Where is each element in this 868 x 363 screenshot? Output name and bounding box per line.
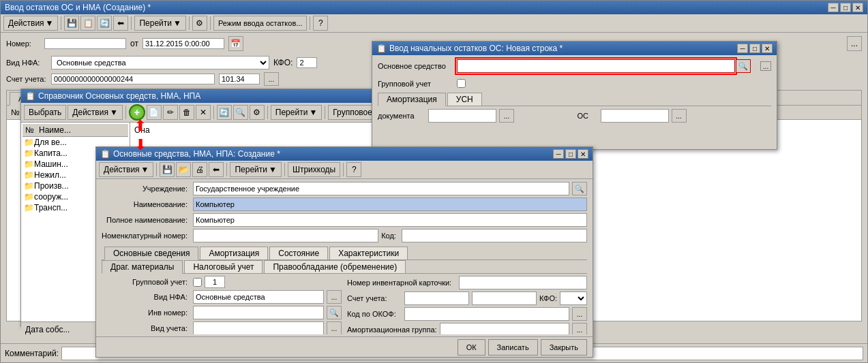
- os-col-btn[interactable]: ...: [672, 109, 687, 123]
- doc-search-btn[interactable]: ...: [499, 109, 514, 123]
- settings-icon-btn[interactable]: ⚙: [192, 16, 207, 31]
- os-search-btn[interactable]: 🔍: [736, 59, 751, 73]
- uchrezhdenie-search-btn[interactable]: 🔍: [572, 182, 587, 195]
- mode-btn[interactable]: Режим ввода остатков...: [213, 16, 308, 31]
- sprav-select-btn[interactable]: Выбрать: [24, 105, 66, 120]
- save-btn[interactable]: Записать: [488, 339, 538, 356]
- os-help-btn[interactable]: ?: [346, 162, 361, 177]
- full-name-input[interactable]: [193, 213, 587, 227]
- nfa-select[interactable]: Основные средства: [51, 56, 269, 69]
- sprav-actions-btn[interactable]: Действия ▼: [68, 105, 122, 120]
- nomenclature-input[interactable]: [193, 229, 378, 242]
- date-input[interactable]: [143, 38, 224, 49]
- group-acc-number[interactable]: [205, 276, 225, 288]
- doc-input[interactable]: [428, 109, 496, 123]
- okof-label: Код по ОКОФ:: [347, 310, 402, 318]
- os-tab-state[interactable]: Состояние: [269, 247, 328, 259]
- calendar-btn[interactable]: 📅: [228, 36, 243, 51]
- os-input[interactable]: [457, 59, 735, 73]
- os-subtab-tax[interactable]: Налоговый учет: [184, 260, 263, 273]
- sprav-refresh-btn[interactable]: 🔄: [217, 105, 232, 120]
- os-minimize-btn[interactable]: ─: [553, 149, 564, 159]
- kfo-field-select[interactable]: [560, 291, 587, 305]
- sep5: [310, 16, 310, 30]
- os-col-input[interactable]: [601, 109, 669, 123]
- vvod-maximize-btn[interactable]: □: [749, 44, 760, 53]
- vvod-right-btn[interactable]: ...: [760, 61, 771, 71]
- os-title: 📋 Основные средства, НМА, НПА: Создание …: [100, 149, 280, 159]
- sprav-mark-btn[interactable]: 🗑: [179, 105, 194, 120]
- sprav-title: 📋 Справочник Основных средств, НМА, НПА: [25, 91, 200, 101]
- os-subtab-drag[interactable]: Драг. материалы: [102, 260, 183, 274]
- account-search-btn[interactable]: ...: [264, 72, 279, 86]
- naimenovanie-input[interactable]: [193, 198, 587, 211]
- nfa-type-input[interactable]: [193, 290, 324, 304]
- copy-icon-btn[interactable]: 📋: [80, 16, 95, 31]
- naimenovanie-row: Наименование:: [102, 198, 587, 211]
- close-form-btn[interactable]: Закрыть: [541, 339, 587, 356]
- vvod-tab-amortization[interactable]: Амортизация: [378, 93, 446, 106]
- inv-num-search-btn[interactable]: 🔍: [327, 306, 342, 319]
- os-tab-amortization[interactable]: Амортизация: [200, 247, 268, 259]
- sprav-copy-btn[interactable]: 📄: [147, 105, 162, 120]
- group-acc-checkbox[interactable]: [193, 278, 202, 287]
- number-input[interactable]: [44, 38, 126, 49]
- folder-icon-1: 📁: [24, 138, 34, 147]
- os-maximize-btn[interactable]: □: [565, 149, 576, 159]
- os-tab-main[interactable]: Основные сведения: [104, 247, 198, 260]
- sprav-settings-btn[interactable]: ⚙: [250, 105, 265, 120]
- code-input[interactable]: [402, 229, 587, 242]
- vvod-close-btn[interactable]: ✕: [762, 44, 773, 53]
- os-tab-char[interactable]: Характеристики: [329, 247, 408, 259]
- maximize-btn[interactable]: □: [840, 3, 851, 12]
- back-icon-btn[interactable]: ⬅: [113, 16, 128, 31]
- account-num-input[interactable]: [404, 291, 469, 305]
- os-barcode-btn[interactable]: Штрихкоды: [288, 162, 340, 177]
- ok-btn[interactable]: ОК: [458, 339, 485, 356]
- uchrezhdenie-input[interactable]: [193, 182, 569, 195]
- account-code-input[interactable]: [219, 74, 260, 84]
- account-type-btn[interactable]: ...: [327, 321, 342, 334]
- os-sep1: [156, 163, 157, 176]
- os-actions-btn[interactable]: Действия ▼: [99, 162, 153, 177]
- sprav-sep4: [325, 106, 325, 119]
- inv-card-input[interactable]: [459, 276, 587, 289]
- minimize-btn[interactable]: ─: [828, 3, 839, 12]
- os-close-btn[interactable]: ✕: [578, 149, 588, 159]
- nfa-type-btn[interactable]: ...: [327, 290, 342, 304]
- sprav-edit-btn[interactable]: ✏: [163, 105, 178, 120]
- uchrezhdenie-row: Учреждение: 🔍: [102, 182, 587, 195]
- right-search-btn[interactable]: ...: [847, 36, 862, 51]
- os-goto-btn[interactable]: Перейти ▼: [230, 162, 281, 177]
- vvod-minimize-btn[interactable]: ─: [737, 44, 748, 53]
- amort-group-btn[interactable]: ...: [572, 323, 587, 334]
- amort-group-input[interactable]: [440, 323, 569, 334]
- vvod-tab-usn[interactable]: УСН: [447, 93, 482, 106]
- account-type-input[interactable]: [193, 321, 324, 334]
- os-save-btn[interactable]: 💾: [160, 162, 175, 177]
- close-btn[interactable]: ✕: [852, 3, 863, 12]
- kfo-input[interactable]: [297, 57, 317, 68]
- sprav-add-btn[interactable]: +: [129, 104, 145, 121]
- account-num-sub[interactable]: [472, 291, 537, 305]
- inv-num-input[interactable]: [193, 306, 324, 319]
- actions-btn[interactable]: Действия ▼: [3, 16, 58, 31]
- sprav-delete-btn[interactable]: ✕: [196, 105, 211, 120]
- os-subtab-rights[interactable]: Правообладание (обременение): [264, 260, 406, 273]
- vvod-title-bar: 📋 Ввод начальных остатков ОС: Новая стро…: [372, 42, 777, 55]
- sprav-goto-btn[interactable]: Перейти ▼: [271, 105, 322, 120]
- goto-btn[interactable]: Перейти ▼: [134, 16, 185, 31]
- okof-btn[interactable]: ...: [572, 307, 587, 321]
- save-icon-btn[interactable]: 💾: [64, 16, 79, 31]
- okof-input[interactable]: [404, 307, 569, 321]
- os-open-btn[interactable]: 📂: [176, 162, 191, 177]
- os-actions-icon: ▼: [141, 165, 149, 174]
- refresh-icon-btn[interactable]: 🔄: [97, 16, 112, 31]
- help-btn[interactable]: ?: [313, 16, 328, 31]
- account-input[interactable]: [51, 74, 215, 84]
- os-field-row: Основное средство 🔍 ...: [372, 55, 777, 77]
- os-print-btn[interactable]: 🖨: [192, 162, 207, 177]
- group-account-checkbox[interactable]: [457, 79, 466, 88]
- os-back-btn[interactable]: ⬅: [209, 162, 224, 177]
- sprav-filter-btn[interactable]: 🔍: [233, 105, 248, 120]
